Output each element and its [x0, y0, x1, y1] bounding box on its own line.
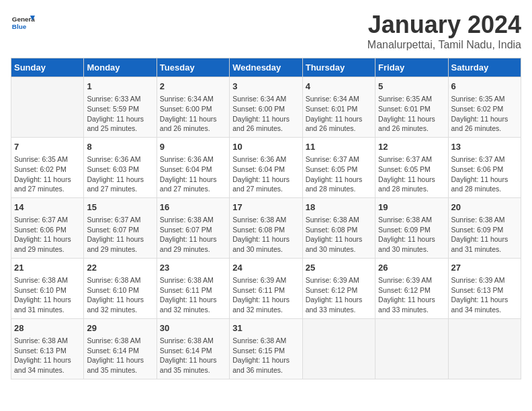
day-number: 20 — [451, 201, 518, 214]
day-number: 16 — [160, 201, 226, 214]
cell-info: Sunrise: 6:38 AM — [14, 275, 81, 285]
day-number: 30 — [160, 322, 226, 334]
day-number: 9 — [160, 141, 226, 153]
cell-info: Daylight: 11 hours — [306, 114, 372, 124]
cell-info: and 26 minutes. — [451, 124, 518, 134]
cell-info: Sunrise: 6:39 AM — [451, 275, 518, 285]
cell-info: Sunrise: 6:36 AM — [232, 154, 299, 165]
col-friday: Friday — [375, 58, 448, 77]
cell-info: Sunrise: 6:35 AM — [378, 94, 445, 104]
day-number: 1 — [87, 81, 153, 93]
calendar-cell: 30Sunrise: 6:38 AMSunset: 6:14 PMDayligh… — [157, 318, 229, 379]
calendar-cell: 17Sunrise: 6:38 AMSunset: 6:08 PMDayligh… — [230, 197, 302, 258]
calendar-cell — [11, 77, 84, 138]
calendar-cell: 14Sunrise: 6:37 AMSunset: 6:06 PMDayligh… — [11, 197, 84, 258]
calendar-cell: 12Sunrise: 6:37 AMSunset: 6:05 PMDayligh… — [375, 137, 448, 197]
cell-info: Sunset: 6:00 PM — [232, 104, 299, 114]
cell-info: Sunrise: 6:38 AM — [306, 215, 372, 225]
cell-info: Sunrise: 6:38 AM — [232, 215, 299, 225]
cell-info: Sunset: 6:07 PM — [87, 225, 153, 235]
calendar-cell: 2Sunrise: 6:34 AMSunset: 6:00 PMDaylight… — [157, 77, 229, 138]
cell-info: and 30 minutes. — [306, 244, 372, 255]
cell-info: Sunrise: 6:39 AM — [232, 275, 299, 285]
calendar-cell: 1Sunrise: 6:33 AMSunset: 5:59 PMDaylight… — [84, 77, 157, 138]
cell-info: Sunrise: 6:37 AM — [306, 154, 372, 165]
cell-info: Sunset: 6:03 PM — [87, 165, 153, 175]
day-number: 23 — [160, 262, 226, 274]
cell-info: Daylight: 11 hours — [160, 114, 226, 124]
title-section: January 2024 Manalurpettai, Tamil Nadu, … — [367, 11, 521, 51]
cell-info: and 29 minutes. — [87, 244, 153, 255]
col-tuesday: Tuesday — [157, 58, 229, 77]
cell-info: and 26 minutes. — [306, 124, 372, 134]
day-number: 2 — [160, 81, 226, 93]
calendar-cell: 27Sunrise: 6:39 AMSunset: 6:13 PMDayligh… — [448, 258, 521, 318]
cell-info: Sunset: 6:10 PM — [87, 285, 153, 295]
cell-info: Sunrise: 6:38 AM — [14, 336, 81, 346]
cell-info: Daylight: 11 hours — [451, 295, 518, 305]
cell-info: Sunrise: 6:34 AM — [232, 94, 299, 104]
cell-info: and 31 minutes. — [451, 244, 518, 255]
cell-info: Sunset: 6:10 PM — [14, 285, 81, 295]
cell-info: Sunrise: 6:39 AM — [306, 275, 372, 285]
cell-info: Daylight: 11 hours — [306, 234, 372, 244]
svg-text:Blue: Blue — [12, 23, 27, 30]
calendar-cell: 20Sunrise: 6:38 AMSunset: 6:09 PMDayligh… — [448, 197, 521, 258]
cell-info: Daylight: 11 hours — [232, 355, 299, 365]
day-number: 29 — [87, 322, 153, 334]
calendar-cell: 9Sunrise: 6:36 AMSunset: 6:04 PMDaylight… — [157, 137, 229, 197]
cell-info: and 28 minutes. — [451, 184, 518, 194]
day-number: 17 — [232, 201, 299, 214]
col-sunday: Sunday — [11, 58, 84, 77]
cell-info: Sunset: 6:05 PM — [306, 165, 372, 175]
day-number: 22 — [87, 262, 153, 274]
calendar-cell: 26Sunrise: 6:39 AMSunset: 6:12 PMDayligh… — [375, 258, 448, 318]
cell-info: Sunrise: 6:37 AM — [378, 154, 445, 165]
cell-info: and 33 minutes. — [306, 305, 372, 315]
cell-info: Daylight: 11 hours — [87, 175, 153, 185]
calendar-cell: 19Sunrise: 6:38 AMSunset: 6:09 PMDayligh… — [375, 197, 448, 258]
cell-info: Sunset: 6:15 PM — [232, 346, 299, 356]
cell-info: and 36 minutes. — [232, 365, 299, 375]
cell-info: Sunrise: 6:33 AM — [87, 94, 153, 104]
day-number: 19 — [378, 201, 445, 214]
calendar-cell: 3Sunrise: 6:34 AMSunset: 6:00 PMDaylight… — [230, 77, 302, 138]
subtitle: Manalurpettai, Tamil Nadu, India — [367, 39, 521, 51]
calendar-cell: 31Sunrise: 6:38 AMSunset: 6:15 PMDayligh… — [230, 318, 302, 379]
calendar-cell: 23Sunrise: 6:38 AMSunset: 6:11 PMDayligh… — [157, 258, 229, 318]
cell-info: Daylight: 11 hours — [306, 295, 372, 305]
day-number: 10 — [232, 141, 299, 153]
calendar-week-2: 7Sunrise: 6:35 AMSunset: 6:02 PMDaylight… — [11, 137, 521, 197]
cell-info: Sunset: 6:09 PM — [451, 225, 518, 235]
cell-info: Daylight: 11 hours — [306, 175, 372, 185]
cell-info: and 28 minutes. — [306, 184, 372, 194]
calendar-header: Sunday Monday Tuesday Wednesday Thursday… — [11, 58, 521, 77]
cell-info: Daylight: 11 hours — [160, 175, 226, 185]
calendar-cell — [375, 318, 448, 379]
col-wednesday: Wednesday — [230, 58, 302, 77]
calendar-cell — [302, 318, 375, 379]
cell-info: Daylight: 11 hours — [232, 114, 299, 124]
cell-info: Daylight: 11 hours — [87, 114, 153, 124]
calendar-cell: 28Sunrise: 6:38 AMSunset: 6:13 PMDayligh… — [11, 318, 84, 379]
cell-info: Sunrise: 6:38 AM — [87, 275, 153, 285]
cell-info: and 29 minutes. — [14, 244, 81, 255]
cell-info: Sunrise: 6:38 AM — [87, 336, 153, 346]
cell-info: Daylight: 11 hours — [14, 234, 81, 244]
day-number: 21 — [14, 262, 81, 274]
cell-info: Sunset: 6:11 PM — [160, 285, 226, 295]
cell-info: Daylight: 11 hours — [87, 234, 153, 244]
day-number: 14 — [14, 201, 81, 214]
col-saturday: Saturday — [448, 58, 521, 77]
cell-info: Daylight: 11 hours — [14, 295, 81, 305]
col-thursday: Thursday — [302, 58, 375, 77]
calendar-cell — [448, 318, 521, 379]
calendar-cell: 25Sunrise: 6:39 AMSunset: 6:12 PMDayligh… — [302, 258, 375, 318]
cell-info: Sunrise: 6:38 AM — [160, 215, 226, 225]
day-number: 7 — [14, 141, 81, 153]
cell-info: and 29 minutes. — [160, 244, 226, 255]
cell-info: and 27 minutes. — [160, 184, 226, 194]
calendar-cell: 8Sunrise: 6:36 AMSunset: 6:03 PMDaylight… — [84, 137, 157, 197]
cell-info: Daylight: 11 hours — [451, 175, 518, 185]
cell-info: and 32 minutes. — [160, 305, 226, 315]
